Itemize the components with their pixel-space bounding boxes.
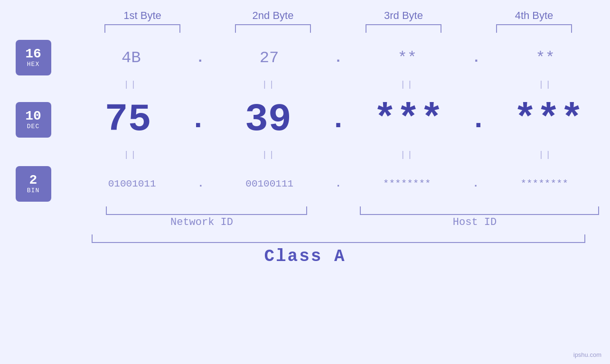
equals-1-b1: || [66,80,195,89]
bin-badge: 2 BIN [16,166,51,202]
equals-2-b1: || [66,150,195,159]
class-label: Class A [264,247,346,266]
dec-b1: 75 [66,98,189,142]
dec-dot2: . [329,103,347,136]
bin-b3: ******** [341,178,472,189]
equals-1-b3: || [343,80,472,89]
equals-2-b4: || [481,150,610,159]
bottom-bracket-host [360,206,599,215]
dec-b4: *** [487,98,610,142]
byte3-header: 3rd Byte [338,9,469,22]
bin-b1: 01001011 [66,178,197,189]
dec-b2: 39 [206,98,329,142]
equals-2-b3: || [343,150,472,159]
top-bracket-b1 [104,24,180,33]
host-id-label: Host ID [339,216,610,228]
network-id-label: Network ID [66,216,337,228]
bin-dot1: . [197,178,204,190]
bin-b2: 00100111 [204,178,335,189]
bottom-bracket-network [106,206,307,215]
hex-dot1: . [196,50,205,66]
hex-dot3: . [472,50,480,66]
top-bracket-b3 [366,24,441,33]
equals-2-b2: || [205,150,333,159]
big-bottom-bracket [92,234,585,243]
byte4-header: 4th Byte [469,9,600,22]
byte1-header: 1st Byte [77,9,208,22]
dec-dot3: . [470,103,487,136]
equals-1-b2: || [205,80,333,89]
hex-b2: 27 [205,49,334,67]
dec-b3: *** [347,98,470,142]
dec-badge: 10 DEC [16,102,51,138]
dec-dot1: . [189,103,206,136]
equals-1-b4: || [481,80,610,89]
bin-b4: ******** [479,178,610,189]
watermark: ipshu.com [573,351,601,358]
top-bracket-b2 [235,24,311,33]
bin-dot2: . [335,178,341,190]
top-bracket-b4 [496,24,572,33]
hex-b3: ** [343,49,472,67]
byte2-header: 2nd Byte [208,9,338,22]
hex-badge: 16 HEX [16,40,51,75]
hex-b4: ** [480,49,610,67]
hex-b1: 4B [66,49,196,67]
bin-dot3: . [472,178,479,190]
hex-dot2: . [334,50,342,66]
